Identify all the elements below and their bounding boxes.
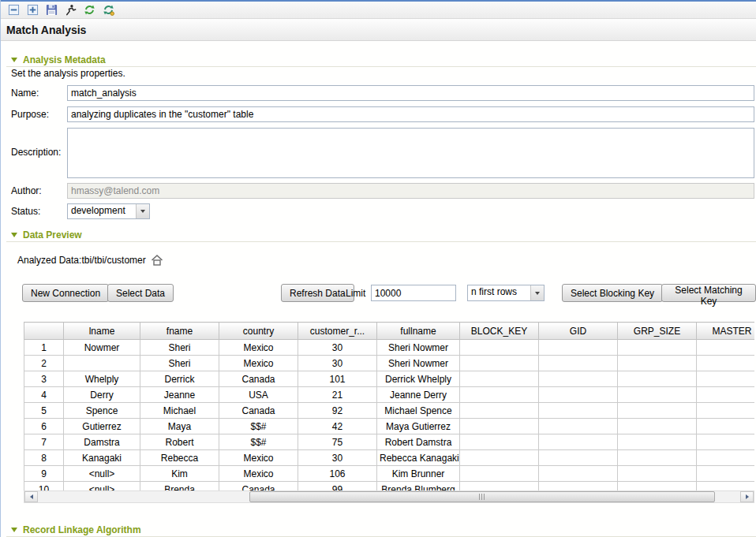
- table-cell[interactable]: [697, 419, 755, 434]
- table-cell[interactable]: [539, 419, 618, 434]
- row-number-cell[interactable]: 2: [24, 356, 64, 371]
- select-data-button[interactable]: Select Data: [107, 284, 174, 302]
- table-cell[interactable]: Michael Spence: [377, 403, 460, 419]
- table-cell[interactable]: 101: [298, 371, 377, 387]
- row-number-cell[interactable]: 9: [24, 466, 64, 482]
- new-connection-button[interactable]: New Connection: [22, 284, 109, 302]
- row-number-header[interactable]: [24, 323, 64, 340]
- row-number-cell[interactable]: 6: [24, 419, 64, 434]
- row-number-cell[interactable]: 5: [24, 403, 64, 419]
- table-cell[interactable]: [460, 356, 539, 371]
- table-cell[interactable]: Brenda Blumberg: [377, 482, 460, 491]
- column-header-6[interactable]: BLOCK_KEY: [460, 323, 539, 340]
- table-cell[interactable]: Sheri: [140, 340, 219, 356]
- column-header-4[interactable]: customer_r...: [298, 323, 377, 340]
- scroll-right-icon[interactable]: [740, 491, 754, 502]
- table-cell[interactable]: [539, 434, 618, 450]
- table-cell[interactable]: Mexico: [219, 356, 298, 371]
- table-cell[interactable]: [460, 482, 539, 491]
- table-cell[interactable]: Sheri Nowmer: [377, 356, 460, 371]
- table-cell[interactable]: [618, 450, 697, 466]
- table-cell[interactable]: Maya: [140, 419, 219, 434]
- table-cell[interactable]: [618, 356, 697, 371]
- row-number-cell[interactable]: 1: [24, 340, 64, 356]
- table-cell[interactable]: [697, 371, 755, 387]
- table-cell[interactable]: [539, 340, 618, 356]
- table-cell[interactable]: [460, 466, 539, 482]
- table-cell[interactable]: [460, 387, 539, 403]
- chevron-down-icon[interactable]: [136, 204, 149, 218]
- table-cell[interactable]: Nowmer: [64, 340, 140, 356]
- column-header-5[interactable]: fullname: [377, 323, 460, 340]
- table-cell[interactable]: [697, 387, 755, 403]
- table-cell[interactable]: Brenda: [140, 482, 219, 491]
- table-cell[interactable]: Jeanne: [140, 387, 219, 403]
- table-cell[interactable]: Damstra: [64, 434, 140, 450]
- table-cell[interactable]: Mexico: [219, 450, 298, 466]
- section-header-data-preview[interactable]: Data Preview: [11, 229, 82, 241]
- save-icon[interactable]: [44, 2, 59, 17]
- table-cell[interactable]: [539, 466, 618, 482]
- table-cell[interactable]: Rebecca: [140, 450, 219, 466]
- table-cell[interactable]: [460, 403, 539, 419]
- table-cell[interactable]: [539, 450, 618, 466]
- column-header-2[interactable]: fname: [140, 323, 219, 340]
- table-cell[interactable]: Gutierrez: [64, 419, 140, 434]
- table-cell[interactable]: [697, 450, 755, 466]
- table-cell[interactable]: Jeanne Derry: [377, 387, 460, 403]
- table-cell[interactable]: USA: [219, 387, 298, 403]
- scroll-left-icon[interactable]: [24, 491, 38, 502]
- table-cell[interactable]: Whelply: [64, 371, 140, 387]
- row-number-cell[interactable]: 8: [24, 450, 64, 466]
- purpose-input[interactable]: [67, 106, 754, 122]
- table-cell[interactable]: [539, 371, 618, 387]
- table-cell[interactable]: $$#: [219, 434, 298, 450]
- table-cell[interactable]: 99: [298, 482, 377, 491]
- status-select[interactable]: development: [67, 203, 150, 219]
- column-header-3[interactable]: country: [219, 323, 298, 340]
- table-cell[interactable]: [697, 356, 755, 371]
- table-cell[interactable]: Mexico: [219, 340, 298, 356]
- table-cell[interactable]: [618, 371, 697, 387]
- table-cell[interactable]: Derry: [64, 387, 140, 403]
- select-matching-key-button[interactable]: Select Matching Key: [661, 284, 756, 302]
- table-cell[interactable]: 30: [298, 356, 377, 371]
- description-textarea[interactable]: [67, 128, 754, 178]
- table-cell[interactable]: Kim Brunner: [377, 466, 460, 482]
- table-cell[interactable]: [618, 387, 697, 403]
- table-cell[interactable]: Mexico: [219, 466, 298, 482]
- table-cell[interactable]: Rebecca Kanagaki: [377, 450, 460, 466]
- horizontal-scrollbar[interactable]: [24, 490, 754, 503]
- table-cell[interactable]: <null>: [64, 482, 140, 491]
- column-header-9[interactable]: MASTER: [697, 323, 755, 340]
- table-cell[interactable]: [697, 466, 755, 482]
- table-cell[interactable]: [539, 387, 618, 403]
- table-cell[interactable]: [618, 419, 697, 434]
- table-cell[interactable]: 30: [298, 450, 377, 466]
- table-cell[interactable]: [539, 403, 618, 419]
- refresh-all-icon[interactable]: [101, 2, 116, 17]
- section-header-record-linkage-algorithm[interactable]: Record Linkage Algorithm: [11, 524, 141, 535]
- row-number-cell[interactable]: 3: [24, 371, 64, 387]
- scrollbar-thumb[interactable]: [249, 491, 715, 502]
- table-cell[interactable]: [697, 403, 755, 419]
- table-cell[interactable]: Michael: [140, 403, 219, 419]
- section-header-analysis-metadata[interactable]: Analysis Metadata: [11, 54, 106, 65]
- row-number-cell[interactable]: 10: [24, 482, 64, 491]
- table-cell[interactable]: [618, 403, 697, 419]
- table-cell[interactable]: [618, 434, 697, 450]
- column-header-8[interactable]: GRP_SIZE: [618, 323, 697, 340]
- table-cell[interactable]: 21: [298, 387, 377, 403]
- table-cell[interactable]: 75: [298, 434, 377, 450]
- table-cell[interactable]: Robert: [140, 434, 219, 450]
- chevron-down-icon[interactable]: [530, 285, 544, 300]
- table-cell[interactable]: [697, 340, 755, 356]
- table-cell[interactable]: [618, 340, 697, 356]
- table-cell[interactable]: Maya Gutierrez: [377, 419, 460, 434]
- table-cell[interactable]: [460, 419, 539, 434]
- table-cell[interactable]: $$#: [219, 419, 298, 434]
- refresh-icon[interactable]: [82, 2, 97, 17]
- table-cell[interactable]: 42: [298, 419, 377, 434]
- table-cell[interactable]: [539, 356, 618, 371]
- expand-all-icon[interactable]: [25, 2, 40, 17]
